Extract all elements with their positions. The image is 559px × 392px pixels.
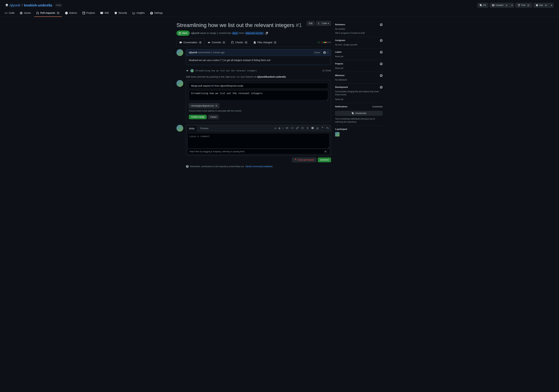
notifications-title: Notifications	[335, 105, 347, 108]
avatar[interactable]	[190, 69, 194, 72]
convert-draft-link[interactable]: Convert to draft	[351, 32, 365, 34]
play-icon	[65, 12, 68, 14]
code-icon	[318, 22, 321, 25]
pin-button[interactable]: Pin	[477, 3, 488, 8]
base-branch[interactable]: main	[232, 32, 239, 35]
customize-link[interactable]: Customize	[372, 105, 382, 108]
assign-yourself-link[interactable]: assign yourself	[344, 44, 357, 46]
fork-icon	[518, 4, 520, 7]
smiley-icon[interactable]	[323, 51, 326, 54]
nav-actions[interactable]: Actions	[63, 9, 79, 17]
state-badge: Open	[177, 30, 190, 36]
nav-insights[interactable]: Insights	[130, 9, 147, 17]
cross-reference-icon[interactable]	[321, 127, 324, 129]
comment-textarea[interactable]	[187, 133, 329, 149]
reply-icon[interactable]	[326, 127, 329, 129]
meta-text: njlyon0 wants to merge 1 commit into mai…	[191, 31, 264, 35]
diffstat: +1 −1	[317, 41, 331, 44]
participant-avatar[interactable]	[335, 132, 339, 137]
diff-blocks	[324, 42, 331, 43]
gear-icon[interactable]	[380, 51, 382, 53]
info-bar: Remember, contributions to this reposito…	[177, 165, 331, 168]
code-button[interactable]: Code ▾	[316, 21, 331, 26]
labels-body: None yet	[335, 55, 382, 58]
hint-repo: njlyon0/bookish-umbrella	[257, 75, 286, 78]
tab-checks[interactable]: Checks0	[228, 38, 251, 46]
link-icon[interactable]	[296, 127, 299, 129]
owner-badge: Owner	[313, 51, 322, 54]
star-dropdown[interactable]: ▾	[550, 3, 554, 8]
edit-button[interactable]: Edit	[307, 21, 315, 26]
pr-number: #1	[296, 22, 302, 28]
checklist-icon	[231, 41, 234, 44]
list-ol-icon[interactable]	[306, 127, 309, 129]
mention-icon[interactable]: @	[316, 127, 319, 130]
copy-icon[interactable]	[265, 32, 268, 35]
nav-pulls[interactable]: Pull requests1	[34, 9, 62, 17]
unsubscribe-button[interactable]: Unsubscribe	[335, 111, 382, 116]
comment-button[interactable]: Comment	[318, 158, 331, 162]
gear-icon[interactable]	[380, 39, 382, 42]
gear-icon[interactable]	[380, 86, 382, 89]
avatar[interactable]	[177, 80, 183, 87]
unwatch-button[interactable]: Unwatch 1	[490, 3, 510, 8]
gear-icon[interactable]	[380, 62, 382, 65]
comment-author[interactable]: njlyon0	[189, 51, 197, 54]
write-tab[interactable]: Write	[186, 125, 197, 132]
watch-dropdown[interactable]: ▾	[510, 3, 514, 8]
nav-code[interactable]: Code	[3, 9, 17, 17]
email-select[interactable]: nicholasjlyon@gmail.com ⇅	[189, 103, 219, 108]
code-label: Code	[322, 22, 327, 25]
cancel-merge-button[interactable]: Cancel	[208, 115, 219, 119]
bold-icon[interactable]: B	[279, 127, 280, 130]
confirm-merge-button[interactable]: Confirm merge	[189, 115, 207, 119]
unwatch-label: Unwatch	[496, 4, 503, 6]
nav-settings[interactable]: Settings	[148, 9, 165, 17]
heading-icon[interactable]: H	[275, 127, 276, 130]
merge-body-input[interactable]	[189, 90, 328, 101]
quote-icon[interactable]	[286, 127, 289, 129]
push-hint: Add more commits by pushing to the impro…	[177, 74, 331, 80]
tab-conversation[interactable]: Conversation0	[177, 38, 205, 46]
close-pr-button[interactable]: Close pull request	[292, 158, 317, 162]
gear-icon	[150, 12, 153, 14]
fork-button[interactable]: Fork 0	[515, 3, 532, 8]
commit-message[interactable]: Streamlining how we list out the relevan…	[196, 69, 321, 72]
gear-icon[interactable]	[380, 74, 382, 77]
code-icon[interactable]	[291, 127, 294, 129]
tab-count: 0	[199, 41, 202, 44]
info-suffix: .	[274, 165, 275, 168]
gear-icon[interactable]	[380, 23, 382, 26]
author-link[interactable]: njlyon0	[191, 32, 199, 34]
nav-projects[interactable]: Projects	[80, 9, 97, 17]
nav-security[interactable]: Security	[112, 9, 129, 17]
upload-hint[interactable]: Attach files by dragging & dropping, sel…	[189, 150, 245, 153]
star-button[interactable]: Star 0	[533, 3, 550, 8]
reviewers-extra: Still in progress?	[335, 32, 351, 34]
italic-icon[interactable]: I	[283, 127, 283, 130]
repo-icon	[5, 4, 8, 7]
tab-files[interactable]: Files changed1	[251, 38, 280, 46]
commit-sha[interactable]: 8c7504d	[322, 69, 331, 72]
comment-time[interactable]: 1 minute ago	[211, 51, 224, 54]
avatar[interactable]	[177, 49, 183, 56]
markdown-icon[interactable]: M↓	[324, 150, 328, 153]
star-icon	[536, 4, 538, 7]
list-ul-icon[interactable]	[301, 127, 304, 129]
nav-issues[interactable]: Issues	[18, 9, 33, 17]
pr-closed-icon	[294, 159, 297, 161]
kebab-menu[interactable]	[328, 51, 328, 54]
repo-owner-link[interactable]: njlyon0	[9, 3, 20, 8]
avatar[interactable]	[177, 125, 183, 131]
nav-label: Issues	[24, 11, 31, 15]
head-branch[interactable]: improve-script	[245, 32, 264, 35]
assignees-title: Assignees	[335, 39, 345, 42]
meta-action: wants to merge 1 commit into	[200, 32, 231, 34]
merge-title-input[interactable]	[189, 83, 328, 89]
nav-wiki[interactable]: Wiki	[98, 9, 111, 17]
repo-name-link[interactable]: bookish-umbrella	[24, 3, 52, 8]
tasklist-icon[interactable]	[311, 127, 314, 129]
preview-tab[interactable]: Preview	[197, 125, 211, 132]
tab-commits[interactable]: Commits1	[205, 38, 228, 46]
guidelines-link[interactable]: GitHub Community Guidelines	[245, 165, 272, 168]
